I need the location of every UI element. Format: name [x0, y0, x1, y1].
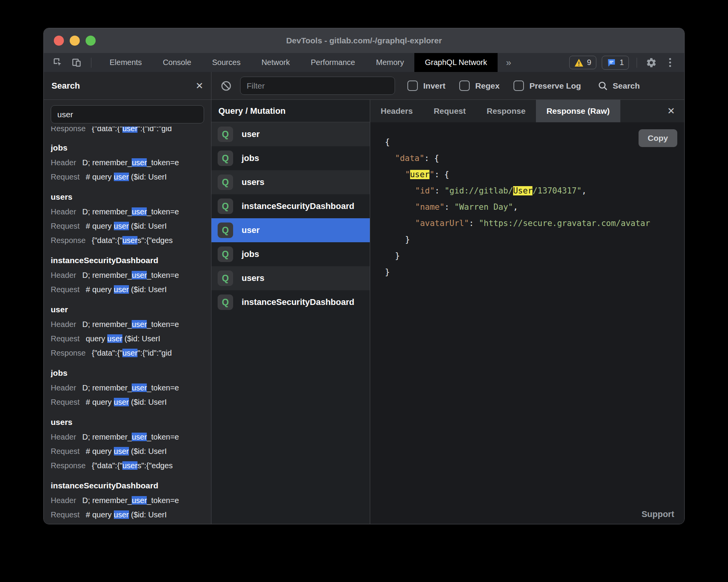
checkbox-box-regex[interactable] — [459, 80, 470, 91]
search-match-highlight: user — [122, 461, 137, 470]
more-options-icon[interactable] — [663, 56, 676, 69]
result-line-label: Header — [51, 433, 76, 441]
device-toolbar-icon[interactable] — [70, 56, 83, 69]
text-segment: _token=e — [147, 207, 179, 216]
checkbox-preserve-log[interactable]: Preserve Log — [513, 80, 581, 91]
support-link[interactable]: Support — [642, 509, 674, 519]
tab-console[interactable]: Console — [152, 53, 201, 72]
query-list-item-jobs[interactable]: Qjobs — [211, 146, 370, 170]
search-result-group-instancesecuritydashboard[interactable]: instanceSecurityDashboardHeaderD; rememb… — [51, 254, 204, 297]
search-icon — [598, 81, 608, 91]
close-search-panel-icon[interactable]: ✕ — [196, 81, 203, 91]
close-detail-panel-icon[interactable]: ✕ — [667, 100, 684, 122]
query-list-item-jobs[interactable]: Qjobs — [211, 242, 370, 266]
toolbar-right: 9 1 — [569, 53, 684, 72]
zoom-window-button[interactable] — [86, 36, 96, 46]
query-list-item-instancesecuritydashboard[interactable]: QinstanceSecurityDashboard — [211, 290, 370, 314]
settings-gear-icon[interactable] — [645, 56, 658, 69]
tab-memory[interactable]: Memory — [366, 53, 414, 72]
toolbar-icons — [44, 53, 99, 72]
result-line-label: Request — [51, 447, 80, 455]
detail-tab-response[interactable]: Response — [476, 100, 536, 122]
more-tabs-button[interactable]: » — [498, 53, 520, 72]
search-result-line-response[interactable]: Response{"data":{"users":{"edges — [51, 459, 204, 473]
lower-panels: Query / Mutation QuserQjobsQusersQinstan… — [211, 100, 684, 524]
query-list-item-user[interactable]: Quser — [211, 218, 370, 242]
inspect-element-icon[interactable] — [52, 56, 65, 69]
search-result-line-header[interactable]: HeaderD; remember_user_token=e — [51, 205, 204, 219]
warnings-badge[interactable]: 9 — [569, 56, 596, 69]
search-result-line-header[interactable]: HeaderD; remember_user_token=e — [51, 430, 204, 444]
query-item-label: jobs — [242, 153, 259, 163]
json-token: , — [513, 202, 518, 212]
search-result-group-user[interactable]: userHeaderD; remember_user_token=eReques… — [51, 303, 204, 360]
search-result-group-users[interactable]: usersHeaderD; remember_user_token=eReque… — [51, 416, 204, 473]
json-viewer: {"data": {"user": {"id": "gid://gitlab/U… — [385, 134, 684, 280]
search-result-group-instancesecuritydashboard[interactable]: instanceSecurityDashboardHeaderD; rememb… — [51, 479, 204, 522]
tab-graphql-network[interactable]: GraphQL Network — [414, 53, 497, 72]
search-result-line-response[interactable]: Response{"data":{"user":{"id":"gid — [51, 346, 204, 360]
search-result-group-jobs[interactable]: jobsHeaderD; remember_user_token=eReques… — [51, 141, 204, 184]
text-segment: {"data":{" — [92, 349, 122, 357]
detail-tab-request[interactable]: Request — [423, 100, 476, 122]
query-list-item-users[interactable]: Qusers — [211, 266, 370, 290]
checkbox-invert[interactable]: Invert — [407, 80, 445, 91]
search-result-partial-line[interactable]: Response{"data":{"user":{"id":"gid — [51, 127, 204, 135]
search-match-highlight: user — [132, 383, 147, 392]
minimize-window-button[interactable] — [70, 36, 80, 46]
clear-icon[interactable] — [220, 80, 232, 92]
search-match-highlight: user — [132, 496, 147, 505]
query-type-badge: Q — [218, 175, 233, 190]
search-result-line-request[interactable]: Request# query user ($id: UserI — [51, 219, 204, 233]
search-result-line-header[interactable]: HeaderD; remember_user_token=e — [51, 156, 204, 170]
search-result-group-title: users — [51, 416, 204, 429]
query-list-item-instancesecuritydashboard[interactable]: QinstanceSecurityDashboard — [211, 194, 370, 218]
query-list: QuserQjobsQusersQinstanceSecurityDashboa… — [211, 122, 370, 524]
detail-tab-headers[interactable]: Headers — [370, 100, 423, 122]
search-toggle[interactable]: Search — [598, 81, 640, 91]
search-match-highlight: user — [122, 127, 137, 133]
text-segment: D; remember_ — [82, 496, 132, 505]
query-list-item-user[interactable]: Quser — [211, 122, 370, 146]
search-result-line-request[interactable]: Requestquery user ($id: UserI — [51, 332, 204, 346]
search-result-line-request[interactable]: Request# query user ($id: UserI — [51, 508, 204, 522]
json-line: "id": "gid://gitlab/User/13704317", — [385, 183, 684, 199]
search-result-line-response[interactable]: Response{"data":{"users":{"edges — [51, 233, 204, 248]
main-area: Search ✕ Response{"data":{"user":{"id":"… — [44, 72, 684, 524]
search-result-line-header[interactable]: HeaderD; remember_user_token=e — [51, 381, 204, 395]
tab-performance[interactable]: Performance — [300, 53, 366, 72]
query-item-label: user — [242, 129, 259, 139]
tab-elements[interactable]: Elements — [99, 53, 152, 72]
search-result-group-jobs[interactable]: jobsHeaderD; remember_user_token=eReques… — [51, 366, 204, 409]
search-result-line-request[interactable]: Request# query user ($id: UserI — [51, 170, 204, 184]
tab-network[interactable]: Network — [251, 53, 300, 72]
query-list-item-users[interactable]: Qusers — [211, 170, 370, 194]
checkbox-box-preserve-log[interactable] — [513, 80, 524, 91]
text-segment: D; remember_ — [82, 320, 132, 329]
close-window-button[interactable] — [54, 36, 64, 46]
copy-button[interactable]: Copy — [639, 129, 678, 147]
filter-input[interactable] — [240, 77, 395, 95]
issues-badge[interactable]: 1 — [602, 56, 629, 70]
search-result-line-header[interactable]: HeaderD; remember_user_token=e — [51, 268, 204, 282]
json-line: "data": { — [385, 150, 684, 166]
search-result-line-request[interactable]: Request# query user ($id: UserI — [51, 282, 204, 297]
text-segment: s":{"edges — [137, 461, 173, 470]
query-item-label: users — [242, 273, 264, 283]
search-result-line-request[interactable]: Request# query user ($id: UserI — [51, 395, 204, 409]
search-result-line-header[interactable]: HeaderD; remember_user_token=e — [51, 493, 204, 508]
devtools-window: DevTools - gitlab.com/-/graphql-explorer… — [43, 28, 685, 524]
search-match-highlight: user — [132, 207, 147, 216]
search-input[interactable] — [51, 105, 204, 123]
text-segment: {"data":{" — [92, 127, 122, 133]
checkbox-box-invert[interactable] — [407, 80, 418, 91]
search-result-line-header[interactable]: HeaderD; remember_user_token=e — [51, 317, 204, 332]
search-result-line-request[interactable]: Request# query user ($id: UserI — [51, 444, 204, 459]
panel-tabs: ElementsConsoleSourcesNetworkPerformance… — [99, 53, 498, 72]
text-segment: _token=e — [147, 158, 179, 167]
search-result-group-users[interactable]: usersHeaderD; remember_user_token=eReque… — [51, 190, 204, 248]
checkbox-regex[interactable]: Regex — [459, 80, 500, 91]
result-line-label: Header — [51, 496, 76, 505]
tab-sources[interactable]: Sources — [202, 53, 251, 72]
detail-tab-response-raw[interactable]: Response (Raw) — [536, 100, 620, 122]
